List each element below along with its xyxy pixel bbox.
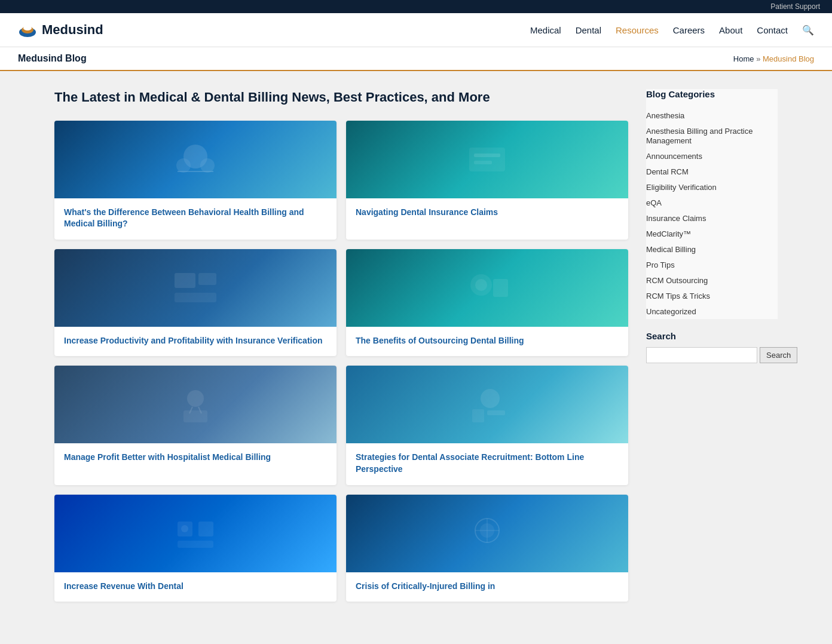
blog-card-crisis-billing: Crisis of Critically-Injured Billing in <box>346 495 628 602</box>
category-medical-billing[interactable]: Medical Billing <box>646 245 696 254</box>
svg-rect-25 <box>178 541 213 548</box>
card-title-1[interactable]: Navigating Dental Insurance Claims <box>356 207 619 219</box>
list-item: Announcements <box>646 148 778 164</box>
list-item: Pro Tips <box>646 257 778 272</box>
sidebar-search-section: Search Search <box>646 331 778 363</box>
categories-heading: Blog Categories <box>646 89 778 99</box>
page-title: Medusind Blog <box>18 53 87 64</box>
list-item: Anesthesia <box>646 108 778 123</box>
card-image-dental-revenue <box>54 495 337 572</box>
blog-card-insurance-verification: Increase Productivity and Profitability … <box>54 249 337 357</box>
nav-careers[interactable]: Careers <box>673 25 705 35</box>
list-item: Uncategorized <box>646 303 778 319</box>
blog-card-outsourcing-billing: The Benefits of Outsourcing Dental Billi… <box>346 249 628 357</box>
category-list: Anesthesia Anesthesia Billing and Practi… <box>646 108 778 319</box>
card-title-0[interactable]: What's the Difference Between Behavioral… <box>64 207 327 230</box>
list-item: RCM Tips & Tricks <box>646 288 778 303</box>
top-bar: Patient Support <box>0 0 832 13</box>
list-item: Dental RCM <box>646 164 778 179</box>
category-pro-tips[interactable]: Pro Tips <box>646 260 675 269</box>
search-input[interactable] <box>646 347 757 363</box>
svg-rect-9 <box>474 161 492 164</box>
category-eligibility[interactable]: Eligibility Verification <box>646 183 717 192</box>
card-svg-crisis <box>457 510 517 557</box>
svg-rect-15 <box>493 279 508 297</box>
card-image-dental-recruitment <box>346 366 628 443</box>
card-image-outsourcing-billing <box>346 249 628 327</box>
logo[interactable]: Medusind <box>18 20 103 39</box>
card-image-crisis-billing <box>346 495 628 572</box>
logo-text: Medusind <box>42 22 103 38</box>
card-title-6[interactable]: Increase Revenue With Dental <box>64 581 327 593</box>
nav-about[interactable]: About <box>719 25 742 35</box>
category-uncategorized[interactable]: Uncategorized <box>646 307 696 316</box>
header: Medusind Medical Dental Resources Career… <box>0 13 832 47</box>
main-nav: Medical Dental Resources Careers About C… <box>530 24 814 36</box>
card-body-1: Navigating Dental Insurance Claims <box>346 198 628 228</box>
category-rcm-outsourcing[interactable]: RCM Outsourcing <box>646 276 708 285</box>
blog-card-behavioral-health: What's the Difference Between Behavioral… <box>54 121 337 240</box>
card-svg-revenue <box>166 510 225 557</box>
breadcrumb: Home » Medusind Blog <box>733 54 814 63</box>
category-dental-rcm[interactable]: Dental RCM <box>646 167 689 176</box>
logo-icon <box>18 20 37 39</box>
list-item: Anesthesia Billing and Practice Manageme… <box>646 123 778 148</box>
patient-support-label: Patient Support <box>770 2 820 11</box>
list-item: RCM Outsourcing <box>646 272 778 288</box>
category-anesthesia-billing[interactable]: Anesthesia Billing and Practice Manageme… <box>646 127 753 145</box>
card-svg-hospitalist <box>166 381 225 428</box>
search-row: Search <box>646 347 778 363</box>
category-rcm-tips[interactable]: RCM Tips & Tricks <box>646 292 710 300</box>
svg-rect-7 <box>469 148 505 171</box>
card-image-dental-claims <box>346 121 628 198</box>
card-body-7: Crisis of Critically-Injured Billing in <box>346 572 628 602</box>
svg-rect-12 <box>175 293 216 302</box>
category-insurance-claims[interactable]: Insurance Claims <box>646 214 706 223</box>
list-item: Medical Billing <box>646 241 778 257</box>
card-title-2[interactable]: Increase Productivity and Profitability … <box>64 335 327 347</box>
card-svg-recruitment <box>457 381 517 428</box>
card-title-3[interactable]: The Benefits of Outsourcing Dental Billi… <box>356 335 619 347</box>
blog-card-hospitalist: Manage Profit Better with Hospitalist Me… <box>54 366 337 484</box>
card-image-hospitalist <box>54 366 337 443</box>
nav-dental[interactable]: Dental <box>576 25 601 35</box>
svg-rect-8 <box>474 154 500 157</box>
nav-contact[interactable]: Contact <box>757 25 788 35</box>
svg-point-20 <box>481 389 500 408</box>
card-title-4[interactable]: Manage Profit Better with Hospitalist Me… <box>64 452 327 464</box>
card-svg-dental <box>457 136 517 183</box>
blog-card-dental-revenue: Increase Revenue With Dental <box>54 495 337 602</box>
search-button[interactable]: Search <box>760 347 797 363</box>
card-image-insurance-verification <box>54 249 337 327</box>
category-announcements[interactable]: Announcements <box>646 152 702 161</box>
breadcrumb-current: Medusind Blog <box>763 54 814 63</box>
sidebar: Blog Categories Anesthesia Anesthesia Bi… <box>646 89 778 602</box>
list-item: Eligibility Verification <box>646 179 778 195</box>
list-item: eQA <box>646 195 778 210</box>
nav-medical[interactable]: Medical <box>530 25 561 35</box>
card-title-7[interactable]: Crisis of Critically-Injured Billing in <box>356 581 619 593</box>
card-svg-behavioral <box>166 136 225 183</box>
category-medclarity[interactable]: MedClarity™ <box>646 229 691 238</box>
svg-point-16 <box>187 390 204 407</box>
card-body-5: Strategies for Dental Associate Recruitm… <box>346 443 628 484</box>
card-body-2: Increase Productivity and Profitability … <box>54 327 337 357</box>
category-anesthesia[interactable]: Anesthesia <box>646 111 684 120</box>
blog-grid: What's the Difference Between Behavioral… <box>54 121 628 602</box>
header-search-button[interactable]: 🔍 <box>802 24 814 36</box>
content-area: The Latest in Medical & Dental Billing N… <box>54 89 628 602</box>
card-body-3: The Benefits of Outsourcing Dental Billi… <box>346 327 628 357</box>
nav-resources[interactable]: Resources <box>616 25 659 35</box>
list-item: Insurance Claims <box>646 210 778 226</box>
card-body-4: Manage Profit Better with Hospitalist Me… <box>54 443 337 473</box>
svg-rect-21 <box>472 409 484 422</box>
category-eqa[interactable]: eQA <box>646 198 662 207</box>
svg-rect-10 <box>175 273 195 288</box>
svg-rect-11 <box>198 273 216 285</box>
svg-point-5 <box>200 158 215 173</box>
breadcrumb-home[interactable]: Home <box>733 54 754 63</box>
card-title-5[interactable]: Strategies for Dental Associate Recruitm… <box>356 452 619 475</box>
page-heading: The Latest in Medical & Dental Billing N… <box>54 89 628 106</box>
card-image-behavioral-health <box>54 121 337 198</box>
breadcrumb-separator: » <box>756 54 760 63</box>
